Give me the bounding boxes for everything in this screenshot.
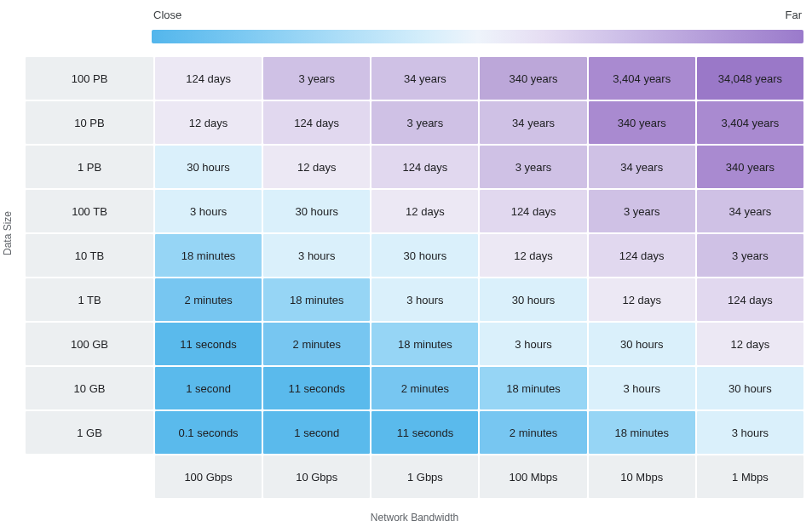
heatmap-cell: 12 days <box>263 146 370 188</box>
heatmap-cell: 12 days <box>589 278 695 321</box>
heatmap-cell: 34 years <box>697 190 803 232</box>
row-header: 100 PB <box>26 57 153 100</box>
heatmap-cell: 0.1 seconds <box>155 411 262 454</box>
heatmap-cell: 3,404 years <box>589 57 695 100</box>
col-header: 1 Mbps <box>697 455 803 498</box>
row-header: 1 TB <box>26 278 153 321</box>
row-header: 100 GB <box>26 323 153 365</box>
x-axis-label: Network Bandwidth <box>24 512 805 521</box>
legend-high: Far <box>784 9 804 25</box>
heatmap-cell: 1 second <box>155 367 262 409</box>
heatmap-cell: 11 seconds <box>263 367 370 409</box>
heatmap-cell: 34 years <box>371 57 478 100</box>
heatmap-container: Data Size Close Far 100 PB124 days3 year… <box>0 0 812 521</box>
col-header: 1 Gbps <box>371 455 478 498</box>
heatmap-cell: 1 second <box>263 411 370 454</box>
heatmap-cell: 124 days <box>589 234 695 277</box>
row-header: 1 GB <box>26 411 153 454</box>
heatmap-cell: 2 minutes <box>263 323 370 365</box>
heatmap-cell: 34,048 years <box>697 57 803 100</box>
heatmap-cell: 124 days <box>371 146 478 188</box>
y-axis-label: Data Size <box>2 211 14 255</box>
heatmap-cell: 340 years <box>697 146 803 188</box>
heatmap-cell: 34 years <box>480 101 586 144</box>
heatmap-cell: 12 days <box>480 234 586 277</box>
legend-low: Close <box>152 9 183 25</box>
heatmap-cell: 11 seconds <box>371 411 478 454</box>
heatmap-cell: 3 hours <box>263 234 370 277</box>
heatmap-cell: 18 minutes <box>589 411 695 454</box>
heatmap-cell: 30 hours <box>371 234 478 277</box>
heatmap-cell: 124 days <box>155 57 262 100</box>
heatmap-cell: 3 years <box>589 190 695 232</box>
col-header: 10 Gbps <box>263 455 370 498</box>
col-header: 10 Mbps <box>589 455 695 498</box>
heatmap-cell: 30 hours <box>155 146 262 188</box>
heatmap-table: 100 PB124 days3 years34 years340 years3,… <box>24 55 805 500</box>
heatmap-cell: 2 minutes <box>155 278 262 321</box>
heatmap-cell: 11 seconds <box>155 323 262 365</box>
heatmap-cell: 3,404 years <box>697 101 803 144</box>
row-header: 1 PB <box>26 146 153 188</box>
heatmap-cell: 18 minutes <box>480 367 586 409</box>
heatmap-cell: 30 hours <box>697 367 803 409</box>
heatmap-cell: 3 hours <box>155 190 262 232</box>
heatmap-cell: 18 minutes <box>155 234 262 277</box>
heatmap-cell: 3 hours <box>589 367 695 409</box>
heatmap-cell: 3 hours <box>480 323 586 365</box>
heatmap-cell: 3 years <box>480 146 586 188</box>
row-header: 10 PB <box>26 101 153 144</box>
heatmap-cell: 340 years <box>589 101 695 144</box>
heatmap-cell: 18 minutes <box>371 323 478 365</box>
heatmap-cell: 2 minutes <box>480 411 586 454</box>
corner-blank <box>26 455 153 498</box>
heatmap-cell: 340 years <box>480 57 586 100</box>
col-header: 100 Gbps <box>155 455 262 498</box>
heatmap-cell: 124 days <box>263 101 370 144</box>
heatmap-cell: 3 years <box>371 101 478 144</box>
heatmap-cell: 124 days <box>480 190 586 232</box>
heatmap-cell: 3 years <box>697 234 803 277</box>
heatmap-cell: 124 days <box>697 278 803 321</box>
legend: Close Far <box>152 9 803 25</box>
heatmap-cell: 30 hours <box>480 278 586 321</box>
heatmap-cell: 2 minutes <box>371 367 478 409</box>
row-header: 10 GB <box>26 367 153 409</box>
heatmap-cell: 3 years <box>263 57 370 100</box>
legend-gradient <box>152 30 803 43</box>
heatmap-cell: 12 days <box>697 323 803 365</box>
heatmap-cell: 18 minutes <box>263 278 370 321</box>
heatmap-cell: 34 years <box>589 146 695 188</box>
row-header: 10 TB <box>26 234 153 277</box>
col-header: 100 Mbps <box>480 455 586 498</box>
heatmap-cell: 30 hours <box>589 323 695 365</box>
heatmap-cell: 12 days <box>371 190 478 232</box>
heatmap-cell: 12 days <box>155 101 262 144</box>
heatmap-cell: 30 hours <box>263 190 370 232</box>
row-header: 100 TB <box>26 190 153 232</box>
heatmap-cell: 3 hours <box>371 278 478 321</box>
heatmap-cell: 3 hours <box>697 411 803 454</box>
